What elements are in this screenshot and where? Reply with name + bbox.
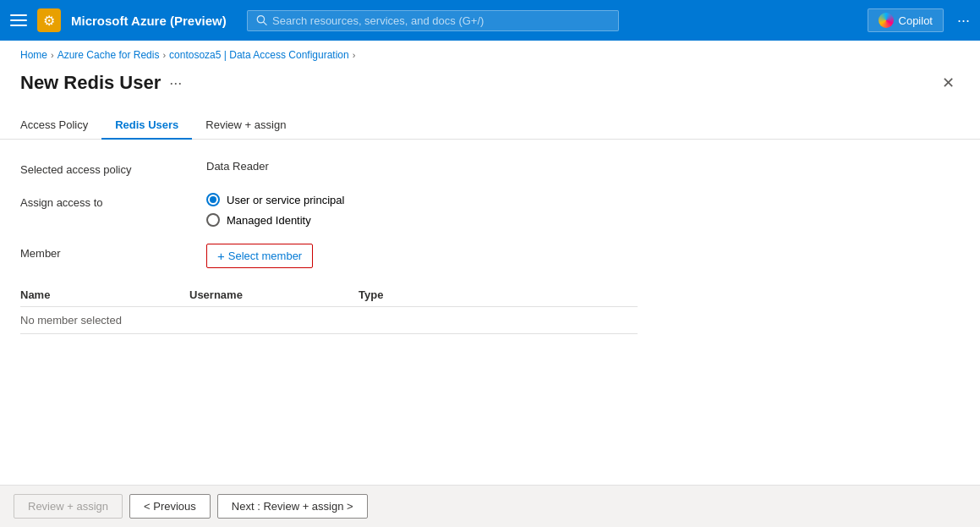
breadcrumb-sep-2: › bbox=[162, 50, 166, 60]
radio-inner-user bbox=[210, 196, 216, 203]
access-policy-label: Selected access policy bbox=[20, 160, 206, 176]
bottom-bar: Review + assign < Previous Next : Review… bbox=[0, 485, 980, 527]
azure-icon-box: ⚙ bbox=[37, 8, 61, 32]
search-box[interactable] bbox=[247, 10, 619, 31]
access-policy-value: Data Reader bbox=[206, 160, 269, 173]
radio-managed-identity[interactable]: Managed Identity bbox=[206, 213, 344, 227]
tab-access-policy[interactable]: Access Policy bbox=[20, 112, 101, 140]
breadcrumb-sep-1: › bbox=[51, 50, 54, 60]
col-name: Name bbox=[20, 288, 189, 301]
radio-user-label: User or service principal bbox=[227, 194, 344, 206]
hamburger-menu[interactable] bbox=[10, 12, 27, 29]
breadcrumb-sep-3: › bbox=[353, 50, 356, 60]
radio-group: User or service principal Managed Identi… bbox=[206, 193, 344, 227]
app-title: Microsoft Azure (Preview) bbox=[71, 14, 227, 28]
svg-line-1 bbox=[263, 22, 266, 25]
main-panel: Home › Azure Cache for Redis › contosoza… bbox=[0, 41, 980, 527]
radio-outer-managed bbox=[206, 213, 220, 227]
copilot-button[interactable]: Copilot bbox=[868, 8, 944, 32]
plus-icon: + bbox=[217, 249, 225, 263]
breadcrumb-config[interactable]: contosoza5 | Data Access Configuration bbox=[169, 49, 349, 61]
breadcrumb-home[interactable]: Home bbox=[20, 49, 47, 61]
search-input[interactable] bbox=[272, 14, 610, 27]
tab-review-assign[interactable]: Review + assign bbox=[192, 112, 299, 140]
page-more-options[interactable]: ··· bbox=[169, 74, 182, 92]
member-label: Member bbox=[20, 244, 206, 260]
radio-user-principal[interactable]: User or service principal bbox=[206, 193, 344, 206]
page-title: New Redis User bbox=[20, 72, 161, 94]
next-button[interactable]: Next : Review + assign > bbox=[217, 494, 368, 519]
close-button[interactable]: ✕ bbox=[936, 71, 960, 95]
select-member-button[interactable]: + Select member bbox=[206, 244, 313, 268]
copilot-icon bbox=[879, 13, 894, 28]
col-username: Username bbox=[189, 288, 359, 301]
top-navigation: ⚙ Microsoft Azure (Preview) Copilot ··· bbox=[0, 0, 980, 41]
select-member-text: Select member bbox=[228, 250, 302, 262]
tab-redis-users[interactable]: Redis Users bbox=[101, 112, 192, 140]
search-icon bbox=[256, 14, 267, 26]
tabs-container: Access Policy Redis Users Review + assig… bbox=[0, 95, 980, 140]
col-type: Type bbox=[359, 288, 528, 301]
page-header: New Redis User ··· ✕ bbox=[0, 64, 980, 95]
table-empty-row: No member selected bbox=[20, 307, 638, 334]
breadcrumb: Home › Azure Cache for Redis › contosoza… bbox=[0, 41, 980, 64]
assign-access-row: Assign access to User or service princip… bbox=[20, 193, 960, 227]
previous-button[interactable]: < Previous bbox=[129, 494, 211, 519]
empty-message: No member selected bbox=[20, 314, 189, 327]
member-table: Name Username Type No member selected bbox=[20, 285, 638, 334]
form-area: Selected access policy Data Reader Assig… bbox=[0, 140, 980, 334]
breadcrumb-redis[interactable]: Azure Cache for Redis bbox=[57, 49, 160, 61]
access-policy-row: Selected access policy Data Reader bbox=[20, 160, 960, 176]
table-header: Name Username Type bbox=[20, 285, 638, 307]
member-row: Member + Select member bbox=[20, 244, 960, 268]
review-assign-button[interactable]: Review + assign bbox=[14, 494, 123, 519]
radio-outer-user bbox=[206, 193, 220, 206]
topnav-more[interactable]: ··· bbox=[957, 12, 970, 30]
radio-managed-label: Managed Identity bbox=[227, 214, 311, 227]
assign-access-label: Assign access to bbox=[20, 193, 206, 209]
